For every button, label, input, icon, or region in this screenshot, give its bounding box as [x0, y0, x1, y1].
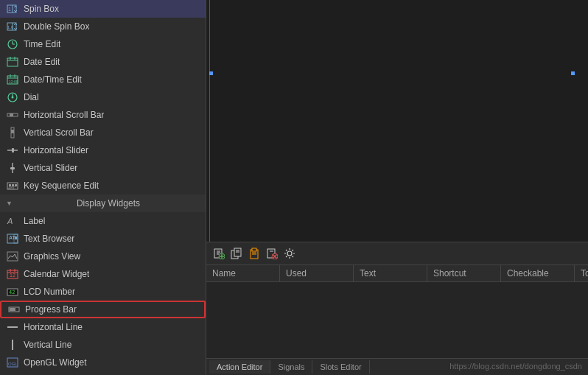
sidebar-item-vslider[interactable]: Vertical Slider	[0, 159, 206, 177]
hscrollbar-icon	[6, 108, 19, 122]
handle-top-right[interactable]	[571, 71, 575, 75]
table-body	[206, 282, 588, 358]
tab-action-editor[interactable]: Action Editor	[209, 360, 270, 374]
spinbox-label: Spin Box	[24, 4, 59, 14]
opengl-icon: OGL	[6, 356, 19, 369]
dial-label: Dial	[24, 92, 39, 102]
textbrowser-icon: AT	[6, 232, 19, 245]
sidebar-item-label[interactable]: A Label	[0, 212, 206, 230]
sidebar-item-spinbox[interactable]: 1 Spin Box	[0, 0, 206, 18]
calendar-icon: 12	[6, 267, 19, 281]
watermark-text: https://blog.csdn.net/dongdong_csdn	[449, 362, 582, 371]
svg-text:A: A	[7, 217, 13, 225]
svg-rect-28	[10, 167, 15, 169]
sidebar-item-calendar[interactable]: 12 Calendar Widget	[0, 265, 206, 283]
svg-rect-38	[15, 236, 17, 239]
svg-rect-9	[7, 58, 18, 66]
textbrowser-label: Text Browser	[24, 234, 74, 244]
doublespinbox-label: Double Spin Box	[24, 21, 89, 32]
sidebar-item-hline[interactable]: Horizontal Line	[0, 318, 206, 336]
col-checkable-header: Checkable	[501, 265, 575, 281]
hslider-icon	[6, 144, 19, 157]
vline-icon	[6, 338, 19, 351]
sidebar-item-hslider[interactable]: Horizontal Slider	[0, 141, 206, 159]
table-header: Name Used Text Shortcut Checkable Toolti…	[206, 265, 588, 282]
opengl-label: OpenGL Widget	[24, 357, 87, 368]
sidebar-item-keysequence[interactable]: ABC Key Sequence Edit	[0, 177, 206, 194]
label-label: Label	[24, 216, 45, 226]
svg-rect-67	[252, 248, 256, 251]
widget-sidebar[interactable]: 1 Spin Box 1.0 Double Spin Box	[0, 0, 206, 375]
lcd-label: LCD Number	[24, 287, 75, 297]
tab-slots-editor[interactable]: Slots Editor	[312, 360, 369, 374]
handle-top-left[interactable]	[209, 71, 213, 75]
col-name-header: Name	[206, 265, 280, 281]
graphicsview-label: Graphics View	[24, 251, 80, 262]
copy-action-button[interactable]	[228, 245, 245, 262]
hline-label: Horizontal Line	[24, 322, 83, 332]
hslider-label: Horizontal Slider	[24, 145, 88, 155]
sidebar-item-dateedit[interactable]: Date Edit	[0, 53, 206, 71]
svg-text:42: 42	[9, 290, 15, 295]
action-toolbar	[206, 242, 588, 265]
svg-text:OGL: OGL	[8, 362, 18, 366]
svg-rect-26	[12, 148, 14, 153]
sidebar-item-hscrollbar[interactable]: Horizontal Scroll Bar	[0, 106, 206, 124]
timeedit-icon	[6, 38, 19, 51]
col-text-header: Text	[354, 265, 427, 281]
paste-action-button[interactable]	[246, 245, 262, 262]
vslider-icon	[6, 161, 19, 175]
sidebar-item-vscrollbar[interactable]: Vertical Scroll Bar	[0, 124, 206, 141]
spinbox-icon: 1	[6, 2, 19, 15]
dateedit-icon	[6, 55, 19, 69]
doublespinbox-icon: 1.0	[6, 20, 19, 33]
svg-text:1: 1	[8, 7, 11, 12]
delete-action-button[interactable]	[264, 245, 280, 262]
dial-icon	[6, 91, 19, 104]
keysequence-icon: ABC	[6, 179, 19, 192]
sidebar-item-dial[interactable]: Dial	[0, 88, 206, 106]
sidebar-item-graphicsview[interactable]: Graphics View	[0, 248, 206, 265]
vline-label: Vertical Line	[24, 340, 71, 350]
sidebar-item-vline[interactable]: Vertical Line	[0, 336, 206, 354]
display-widgets-header[interactable]: ▼ Display Widgets	[0, 194, 206, 212]
collapse-triangle: ▼	[6, 200, 13, 207]
tab-bar: Action Editor Signals Slots Editor https…	[206, 358, 588, 375]
tab-signals[interactable]: Signals	[270, 360, 312, 374]
main-area: Name Used Text Shortcut Checkable Toolti…	[206, 0, 588, 375]
sidebar-item-progressbar[interactable]: Progress Bar	[0, 301, 206, 318]
svg-text:ABC: ABC	[8, 186, 16, 190]
vscrollbar-icon	[6, 126, 19, 139]
svg-text:1.0: 1.0	[7, 25, 14, 29]
col-used-header: Used	[280, 265, 354, 281]
design-canvas[interactable]	[206, 0, 588, 242]
col-shortcut-header: Shortcut	[427, 265, 501, 281]
datetimeedit-icon: 12:00	[6, 73, 19, 86]
keysequence-label: Key Sequence Edit	[24, 181, 99, 191]
sidebar-item-timeedit[interactable]: Time Edit	[0, 35, 206, 53]
hline-icon	[6, 320, 19, 334]
svg-text:12:00: 12:00	[9, 80, 18, 84]
svg-text:12: 12	[10, 273, 15, 278]
sidebar-item-qquick[interactable]: QQ QQuickWidget	[0, 371, 206, 375]
sidebar-item-doublespinbox[interactable]: 1.0 Double Spin Box	[0, 18, 206, 35]
action-table: Name Used Text Shortcut Checkable Toolti…	[206, 265, 588, 358]
vscrollbar-label: Vertical Scroll Bar	[24, 127, 94, 138]
settings-button[interactable]	[281, 245, 298, 262]
sidebar-item-opengl[interactable]: OGL OpenGL Widget	[0, 354, 206, 371]
sidebar-item-textbrowser[interactable]: AT Text Browser	[0, 230, 206, 248]
svg-rect-48	[10, 308, 15, 311]
new-action-button[interactable]	[211, 245, 227, 262]
label-icon: A	[6, 214, 19, 228]
dateedit-label: Date Edit	[24, 57, 60, 67]
graphicsview-icon	[6, 250, 19, 263]
timeedit-label: Time Edit	[24, 39, 60, 49]
svg-rect-22	[10, 113, 13, 116]
sidebar-item-datetimeedit[interactable]: 12:00 Date/Time Edit	[0, 71, 206, 88]
sidebar-item-lcd[interactable]: 42 LCD Number	[0, 283, 206, 301]
col-tooltip-header: Tooltip	[575, 265, 588, 281]
action-panel: Name Used Text Shortcut Checkable Toolti…	[206, 242, 588, 375]
progressbar-label: Progress Bar	[25, 304, 77, 315]
svg-point-75	[287, 251, 292, 256]
display-widgets-label: Display Widgets	[17, 198, 200, 208]
